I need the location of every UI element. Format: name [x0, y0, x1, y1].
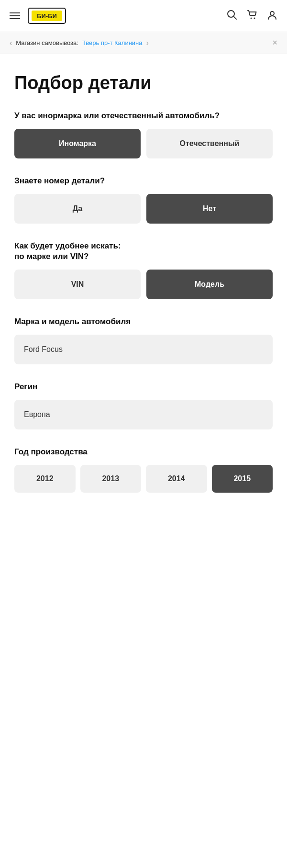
section-car-model: Марка и модель автомобиля Ford Focus: [14, 316, 273, 364]
button-inomarка[interactable]: Иномарка: [14, 129, 141, 158]
part-number-label: Знаете номер детали?: [14, 176, 273, 186]
button-year-2015[interactable]: 2015: [212, 465, 273, 493]
search-by-buttons: VIN Модель: [14, 270, 273, 299]
button-year-2013[interactable]: 2013: [80, 465, 142, 493]
part-number-buttons: Да Нет: [14, 194, 273, 224]
cart-icon[interactable]: [247, 10, 257, 23]
year-label: Год производства: [14, 447, 273, 457]
button-year-2014[interactable]: 2014: [146, 465, 207, 493]
region-field[interactable]: Европа: [14, 400, 273, 429]
store-banner: ‹ Магазин самовывоза: Тверь пр-т Калинин…: [0, 32, 287, 54]
store-arrow-right-icon[interactable]: ›: [146, 39, 149, 47]
section-search-by: Как будет удобнее искать: по марке или V…: [14, 241, 273, 299]
section-region: Регин Европа: [14, 382, 273, 429]
svg-point-5: [251, 17, 252, 19]
svg-text:БИ-БИ: БИ-БИ: [37, 12, 57, 20]
button-vin[interactable]: VIN: [14, 270, 141, 299]
button-year-2012[interactable]: 2012: [14, 465, 76, 493]
button-no[interactable]: Нет: [146, 194, 273, 224]
main-content: Подбор детали У вас инормарка или отечес…: [0, 54, 287, 529]
search-by-label: Как будет удобнее искать: по марке или V…: [14, 241, 273, 262]
header-left: БИ-БИ: [10, 8, 66, 24]
svg-point-7: [270, 11, 274, 15]
store-name-link[interactable]: Тверь пр-т Калинина: [82, 39, 143, 46]
logo[interactable]: БИ-БИ: [28, 8, 66, 24]
store-arrow-left-icon[interactable]: ‹: [10, 39, 12, 47]
store-banner-content: ‹ Магазин самовывоза: Тверь пр-т Калинин…: [10, 39, 149, 47]
menu-icon[interactable]: [10, 12, 20, 19]
svg-line-4: [234, 16, 237, 19]
store-prefix-text: Магазин самовывоза:: [16, 39, 78, 46]
button-model[interactable]: Модель: [146, 270, 273, 299]
search-icon[interactable]: [227, 10, 237, 23]
svg-point-6: [254, 17, 255, 19]
car-model-field[interactable]: Ford Focus: [14, 335, 273, 364]
region-label: Регин: [14, 382, 273, 392]
car-type-label: У вас инормарка или отечественный автомо…: [14, 111, 273, 121]
close-banner-button[interactable]: ×: [272, 38, 277, 48]
button-otechestvenny[interactable]: Отечественный: [146, 129, 273, 158]
car-model-label: Марка и модель автомобиля: [14, 316, 273, 327]
page-title: Подбор детали: [14, 73, 273, 93]
header-right: [227, 10, 277, 23]
button-yes[interactable]: Да: [14, 194, 141, 224]
section-car-type: У вас инормарка или отечественный автомо…: [14, 111, 273, 158]
car-type-buttons: Иномарка Отечественный: [14, 129, 273, 158]
year-buttons: 2012 2013 2014 2015: [14, 465, 273, 493]
header: БИ-БИ: [0, 0, 287, 32]
section-year: Год производства 2012 2013 2014 2015: [14, 447, 273, 493]
user-icon[interactable]: [267, 10, 277, 23]
section-part-number: Знаете номер детали? Да Нет: [14, 176, 273, 224]
